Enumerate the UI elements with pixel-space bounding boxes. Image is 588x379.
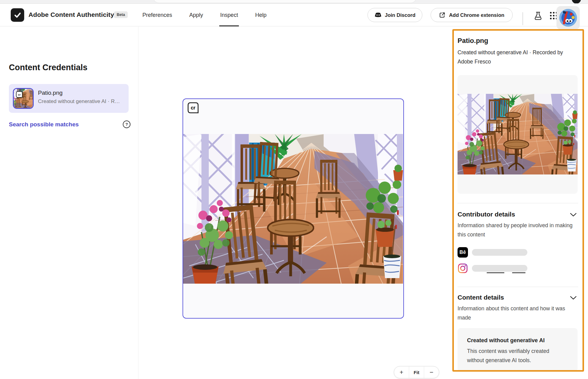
contributor-section-toggle[interactable] bbox=[570, 211, 577, 218]
join-discord-button[interactable]: Join Discord bbox=[368, 8, 422, 22]
instagram-icon bbox=[458, 263, 468, 274]
content-details-description: Information about this content and how i… bbox=[458, 304, 579, 322]
claim-body: This content was verifiably created with… bbox=[467, 346, 562, 365]
discord-icon bbox=[375, 12, 382, 18]
primary-nav: Preferences Apply Inspect Help bbox=[142, 4, 266, 26]
inspect-canvas: cr + Fit − bbox=[139, 27, 452, 379]
panel-summary: Created without generative AI · Recorded… bbox=[458, 48, 578, 66]
contributor-details-description: Information shared by people involved in… bbox=[458, 221, 579, 239]
add-chrome-extension-button[interactable]: Add Chrome extension bbox=[431, 8, 513, 22]
flask-icon bbox=[533, 11, 543, 20]
zoom-out-button[interactable]: − bbox=[424, 366, 439, 378]
content-claim-card: Created without generative AI This conte… bbox=[458, 328, 578, 371]
zoom-in-button[interactable]: + bbox=[394, 366, 409, 378]
inspected-image-frame: cr bbox=[183, 98, 404, 319]
account-avatar[interactable] bbox=[556, 6, 580, 29]
app-logo[interactable] bbox=[11, 8, 24, 22]
section-divider bbox=[458, 287, 578, 287]
panel-thumbnail-image bbox=[458, 94, 578, 174]
content-section-toggle[interactable] bbox=[570, 294, 577, 301]
browser-profile-fragment bbox=[572, 0, 581, 4]
content-details-title: Content details bbox=[458, 294, 504, 301]
app-title: Adobe Content Authenticity bbox=[28, 11, 114, 18]
zoom-fit-button[interactable]: Fit bbox=[409, 366, 424, 378]
browser-chrome-sliver bbox=[0, 0, 588, 4]
chevron-down-icon bbox=[570, 296, 577, 300]
header-divider bbox=[522, 12, 523, 25]
cr-badge-label: cr bbox=[191, 105, 195, 110]
chevron-down-icon bbox=[570, 212, 577, 217]
checkmark-logo-icon bbox=[13, 10, 22, 20]
add-chrome-extension-label: Add Chrome extension bbox=[449, 12, 504, 18]
zoom-controls: + Fit − bbox=[394, 366, 439, 378]
header: Adobe Content Authenticity Beta Preferen… bbox=[0, 4, 588, 26]
panel-thumbnail-card bbox=[458, 75, 578, 194]
redacted-contributor-name bbox=[472, 249, 527, 256]
adobe-content-authenticity-app: Adobe Content Authenticity Beta Preferen… bbox=[0, 0, 588, 379]
partially-hidden-text bbox=[487, 272, 504, 273]
svg-text:?: ? bbox=[125, 122, 128, 127]
section-divider bbox=[458, 203, 578, 203]
inspected-image bbox=[183, 134, 403, 284]
help-tooltip-button[interactable]: ? bbox=[122, 120, 131, 129]
nav-item-inspect[interactable]: Inspect bbox=[220, 4, 238, 26]
palette-avatar-icon bbox=[559, 9, 577, 27]
sidebar-title: Content Credentials bbox=[9, 63, 88, 72]
cr-mini-badge-icon bbox=[16, 91, 23, 98]
contributor-details-title: Contributor details bbox=[458, 211, 515, 218]
behance-icon: Bē bbox=[458, 247, 468, 258]
panel-file-name: Patio.png bbox=[458, 37, 488, 45]
nav-item-apply[interactable]: Apply bbox=[189, 4, 203, 26]
credentials-details-panel: Patio.png Created without generative AI … bbox=[452, 29, 584, 372]
join-discord-label: Join Discord bbox=[385, 12, 416, 18]
redacted-contributor-name bbox=[472, 265, 527, 272]
omnibox-fragment bbox=[153, 0, 417, 3]
contributor-row-behance[interactable]: Bē bbox=[458, 247, 527, 258]
nav-item-help[interactable]: Help bbox=[255, 4, 266, 26]
asset-thumbnail bbox=[13, 88, 34, 109]
nav-item-preferences[interactable]: Preferences bbox=[142, 4, 172, 26]
claim-title: Created without generative AI bbox=[467, 337, 545, 344]
asset-name: Patio.png bbox=[38, 90, 62, 96]
question-circle-icon: ? bbox=[123, 120, 131, 128]
experiments-button[interactable] bbox=[533, 10, 543, 21]
asset-list-item-patio[interactable]: Patio.png Created without generative AI … bbox=[9, 84, 129, 113]
partially-hidden-text bbox=[512, 272, 526, 273]
search-possible-matches-link[interactable]: Search possible matches bbox=[9, 121, 79, 128]
sidebar: Content Credentials Patio.png Created wi… bbox=[0, 27, 138, 379]
cr-badge-icon[interactable]: cr bbox=[187, 102, 199, 113]
open-external-icon bbox=[439, 12, 446, 18]
asset-summary: Created without generative AI · R… bbox=[38, 98, 120, 105]
beta-badge: Beta bbox=[114, 11, 128, 18]
contributor-row-instagram[interactable] bbox=[458, 263, 527, 274]
